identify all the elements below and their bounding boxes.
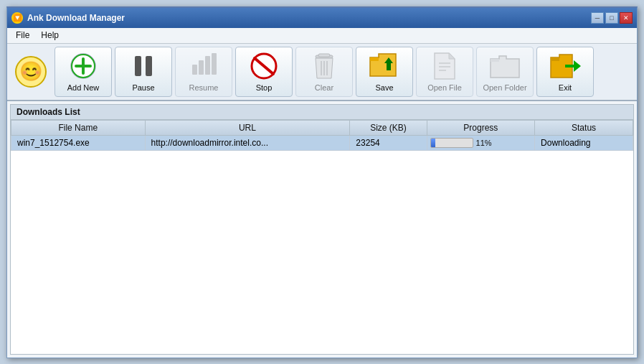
save-label: Save: [375, 83, 393, 92]
col-filename: File Name: [11, 120, 146, 135]
window-title: Ank Download Manager: [27, 13, 125, 23]
app-icon: 🔽: [11, 12, 23, 24]
cell-filename: win7_1512754.exe: [11, 135, 146, 150]
exit-icon: [549, 52, 581, 80]
open-file-button[interactable]: Open File: [416, 47, 473, 97]
exit-button[interactable]: Exit: [536, 47, 594, 97]
progress-bar-bg: [430, 138, 473, 148]
cell-progress: 11%: [427, 135, 535, 150]
add-new-label: Add New: [67, 83, 100, 92]
add-new-icon: [67, 52, 99, 80]
app-logo: 😊: [13, 47, 49, 97]
open-file-label: Open File: [427, 83, 462, 92]
add-new-button[interactable]: Add New: [55, 47, 112, 97]
save-icon: [369, 52, 400, 80]
maximize-button[interactable]: □: [605, 12, 618, 24]
col-size: Size (KB): [350, 120, 427, 135]
pause-button[interactable]: Pause: [115, 47, 172, 97]
empty-download-area: [11, 151, 633, 354]
menu-bar: File Help: [7, 28, 637, 44]
main-window: 🔽 Ank Download Manager ─ □ ✕ File Help 😊: [6, 6, 638, 358]
cell-size: 23254: [350, 135, 427, 150]
save-button[interactable]: Save: [356, 47, 413, 97]
clear-button[interactable]: Clear: [295, 47, 353, 97]
title-bar: 🔽 Ank Download Manager ─ □ ✕: [7, 8, 637, 28]
pause-label: Pause: [132, 83, 154, 92]
col-url: URL: [145, 120, 350, 135]
menu-help[interactable]: Help: [35, 29, 65, 42]
toolbar: 😊 Add New Pause: [7, 44, 637, 101]
resume-label: Resume: [189, 83, 219, 92]
pause-icon: [128, 52, 159, 80]
clear-icon: [308, 52, 340, 80]
progress-label: 11%: [476, 139, 492, 147]
downloads-list-header: Downloads List: [11, 105, 633, 120]
minimize-button[interactable]: ─: [591, 12, 604, 24]
exit-label: Exit: [559, 83, 572, 92]
title-bar-left: 🔽 Ank Download Manager: [11, 12, 125, 24]
open-folder-button[interactable]: Open Folder: [476, 47, 534, 97]
open-file-icon: [429, 52, 460, 80]
clear-label: Clear: [315, 83, 333, 92]
svg-rect-4: [135, 56, 141, 76]
open-folder-icon: [489, 52, 521, 80]
resume-icon: [188, 52, 219, 80]
svg-rect-17: [370, 57, 379, 61]
svg-marker-25: [574, 60, 581, 72]
svg-rect-9: [212, 53, 217, 75]
svg-rect-23: [551, 57, 559, 61]
menu-file[interactable]: File: [10, 29, 35, 42]
table-header-row: File Name URL Size (KB) Progress Status: [11, 120, 633, 135]
content-area: Downloads List File Name URL Size (KB) P…: [10, 104, 634, 355]
col-progress: Progress: [427, 120, 535, 135]
smiley-icon: 😊: [15, 56, 47, 88]
table-row[interactable]: win7_1512754.exe http://downloadmirror.i…: [11, 135, 633, 150]
stop-label: Stop: [256, 83, 273, 92]
stop-button[interactable]: Stop: [235, 47, 293, 97]
svg-rect-13: [318, 54, 330, 57]
resume-button[interactable]: Resume: [175, 47, 232, 97]
svg-rect-22: [491, 59, 499, 62]
open-folder-label: Open Folder: [483, 83, 526, 92]
cell-status: Downloading: [535, 135, 633, 150]
stop-icon: [248, 52, 280, 80]
progress-bar-fill: [431, 139, 435, 147]
svg-rect-6: [192, 65, 197, 75]
col-status: Status: [535, 120, 633, 135]
window-controls: ─ □ ✕: [591, 12, 633, 24]
downloads-table: File Name URL Size (KB) Progress Status …: [11, 120, 633, 151]
cell-url: http://downloadmirror.intel.co...: [145, 135, 350, 150]
close-button[interactable]: ✕: [620, 12, 633, 24]
svg-rect-8: [205, 56, 210, 75]
svg-rect-7: [199, 60, 204, 75]
svg-rect-5: [146, 56, 152, 76]
progress-container: 11%: [430, 138, 532, 148]
